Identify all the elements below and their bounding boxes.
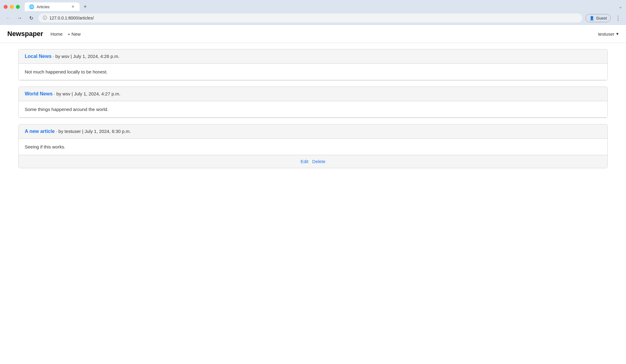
tab-title: Articles [37, 5, 50, 9]
article-body: Seeing if this works. [19, 139, 607, 155]
expand-button[interactable]: ⌄ [619, 4, 622, 9]
article-title-link[interactable]: Local News [25, 54, 52, 59]
brand-name: Newspaper [7, 30, 43, 38]
home-link[interactable]: Home [50, 31, 63, 37]
article-meta: World News · by wsv | July 1, 2024, 4:27… [25, 91, 121, 96]
user-dropdown-button[interactable]: ▾ [616, 31, 619, 37]
edit-article-link[interactable]: Edit [300, 159, 308, 164]
navbar-right: testuser ▾ [598, 31, 619, 37]
user-label: Guest [596, 16, 607, 20]
delete-article-link[interactable]: Delete [312, 159, 325, 164]
article-card: A new article · by testuser | July 1, 20… [18, 124, 608, 168]
article-header: World News · by wsv | July 1, 2024, 4:27… [19, 87, 607, 101]
article-meta: Local News · by wsv | July 1, 2024, 4:26… [25, 54, 119, 59]
article-card: Local News · by wsv | July 1, 2024, 4:26… [18, 49, 608, 80]
back-button[interactable]: ← [4, 14, 12, 22]
refresh-button[interactable]: ↻ [27, 14, 35, 22]
forward-button[interactable]: → [15, 14, 24, 22]
article-title-link[interactable]: A new article [25, 129, 55, 134]
article-card: World News · by wsv | July 1, 2024, 4:27… [18, 87, 608, 118]
traffic-light-yellow[interactable] [10, 5, 14, 9]
navbar-username: testuser [598, 31, 614, 37]
browser-menu-button[interactable]: ⋮ [614, 14, 622, 22]
article-footer: Edit Delete [19, 155, 607, 168]
user-account-button[interactable]: 👤 Guest [585, 14, 611, 22]
article-header: Local News · by wsv | July 1, 2024, 4:26… [19, 49, 607, 64]
tab-favicon: 🌐 [29, 4, 34, 9]
traffic-light-green[interactable] [16, 5, 20, 9]
article-header: A new article · by testuser | July 1, 20… [19, 124, 607, 139]
account-icon: 👤 [589, 16, 594, 20]
navbar: Newspaper Home + New testuser ▾ [0, 25, 626, 43]
article-meta: A new article · by testuser | July 1, 20… [25, 129, 131, 134]
article-title-link[interactable]: World News [25, 91, 52, 96]
traffic-light-red[interactable] [4, 5, 8, 9]
url-input[interactable] [49, 16, 578, 20]
new-tab-button[interactable]: + [81, 2, 89, 11]
article-body: Some things happened around the world. [19, 101, 607, 118]
new-article-link[interactable]: + New [67, 31, 81, 37]
tab-close-button[interactable]: ✕ [70, 4, 75, 9]
article-body: Not much happened locally to be honest. [19, 64, 607, 80]
info-icon: ⓘ [43, 15, 47, 21]
browser-tab[interactable]: 🌐 Articles ✕ [25, 2, 80, 11]
address-bar: ⓘ [38, 13, 582, 23]
articles-list: Local News · by wsv | July 1, 2024, 4:26… [0, 43, 626, 174]
